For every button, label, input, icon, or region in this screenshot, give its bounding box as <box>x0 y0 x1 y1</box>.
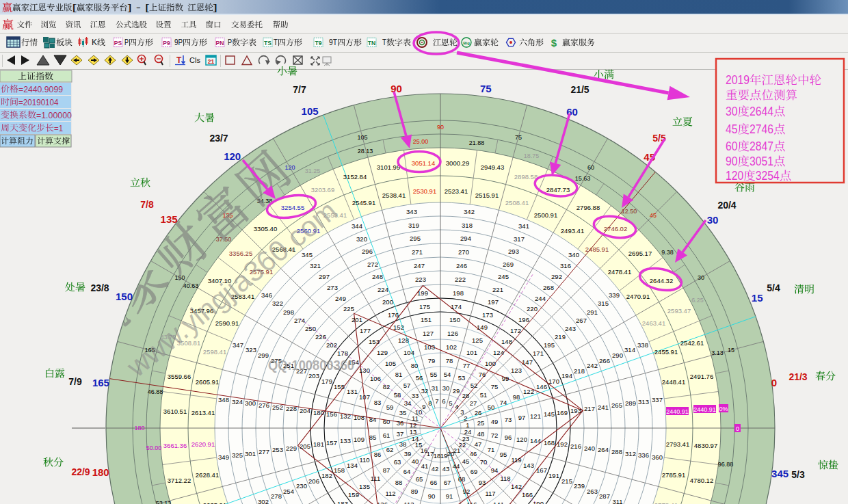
svg-text:130: 130 <box>359 367 370 374</box>
svg-text:105: 105 <box>302 105 319 117</box>
svg-text:229: 229 <box>286 445 297 452</box>
svg-text:$: $ <box>551 37 557 49</box>
svg-text:338: 338 <box>637 341 648 349</box>
svg-text:4780.12: 4780.12 <box>690 477 713 484</box>
svg-text:47: 47 <box>475 440 482 448</box>
svg-text:3254: 3254 <box>756 169 780 183</box>
svg-text:45: 45 <box>650 212 657 219</box>
svg-text:50.00: 50.00 <box>146 445 162 451</box>
svg-text:81: 81 <box>395 371 403 378</box>
svg-text:289: 289 <box>625 399 636 407</box>
svg-text:77: 77 <box>463 362 471 369</box>
svg-text:194: 194 <box>561 372 572 380</box>
svg-text:134: 134 <box>347 462 358 469</box>
svg-text:44: 44 <box>453 462 460 470</box>
svg-text:T: T <box>382 38 387 47</box>
svg-text:317: 317 <box>514 235 525 243</box>
svg-text:5: 5 <box>449 399 452 407</box>
svg-text:=2440.9099: =2440.9099 <box>18 84 63 94</box>
svg-text:26: 26 <box>475 409 482 416</box>
svg-text:9: 9 <box>422 403 425 410</box>
svg-text:339: 339 <box>609 291 620 299</box>
svg-text:90: 90 <box>428 492 436 500</box>
svg-text:107: 107 <box>359 393 370 401</box>
svg-text:346: 346 <box>261 291 272 299</box>
svg-text:270: 270 <box>458 248 469 256</box>
svg-text:320: 320 <box>356 235 367 243</box>
svg-text:197: 197 <box>488 298 499 306</box>
svg-text:90: 90 <box>390 83 402 94</box>
svg-text:230: 230 <box>296 482 307 490</box>
svg-text:150: 150 <box>116 291 133 302</box>
svg-text:QQ:100800360: QQ:100800360 <box>268 357 354 373</box>
svg-text:6.25: 6.25 <box>691 297 704 304</box>
svg-text:349: 349 <box>218 453 229 461</box>
svg-text:57: 57 <box>403 382 411 389</box>
svg-text:2644: 2644 <box>750 105 773 118</box>
svg-text:120: 120 <box>224 150 241 162</box>
svg-text:89: 89 <box>411 488 419 495</box>
svg-text:264: 264 <box>598 446 609 453</box>
svg-text:198: 198 <box>453 289 464 297</box>
svg-text:301: 301 <box>245 450 256 457</box>
svg-text:]: ] <box>213 3 217 12</box>
svg-text:104: 104 <box>403 349 414 356</box>
svg-text:2440.91: 2440.91 <box>666 408 689 415</box>
svg-text:105: 105 <box>385 360 396 367</box>
svg-text:3000.29: 3000.29 <box>446 159 469 167</box>
svg-text:49: 49 <box>491 418 499 425</box>
svg-text:190: 190 <box>533 500 544 504</box>
svg-text:302: 302 <box>258 498 269 504</box>
svg-text:54: 54 <box>444 371 451 378</box>
svg-text:242: 242 <box>587 362 598 369</box>
svg-text:83: 83 <box>374 399 382 406</box>
svg-text:50: 50 <box>488 403 495 411</box>
svg-text:128: 128 <box>398 336 409 344</box>
svg-text:297: 297 <box>319 273 330 280</box>
svg-text:9P: 9P <box>174 38 183 47</box>
svg-text:135: 135 <box>359 483 370 490</box>
svg-text:124: 124 <box>493 349 504 356</box>
svg-text:314: 314 <box>624 346 635 354</box>
svg-text:348: 348 <box>218 396 229 403</box>
svg-text:98: 98 <box>513 393 520 401</box>
svg-text:200: 200 <box>382 298 393 306</box>
svg-text:21: 21 <box>208 58 215 65</box>
svg-text:85: 85 <box>369 434 377 441</box>
svg-text:48: 48 <box>477 430 485 438</box>
svg-text:219: 219 <box>555 333 566 341</box>
svg-text:254: 254 <box>283 488 294 495</box>
svg-text:43: 43 <box>442 465 450 473</box>
svg-text:180: 180 <box>92 466 109 478</box>
svg-text:120: 120 <box>284 164 295 171</box>
svg-text:129: 129 <box>377 349 388 356</box>
svg-text:116: 116 <box>466 501 477 504</box>
svg-text:167: 167 <box>536 466 547 474</box>
svg-text:133: 133 <box>340 437 351 445</box>
svg-text:3661.36: 3661.36 <box>163 442 187 449</box>
svg-text:148: 148 <box>501 338 512 345</box>
svg-text:P: P <box>124 38 129 47</box>
svg-text:65: 65 <box>416 475 423 483</box>
svg-text:7/8: 7/8 <box>140 199 154 210</box>
svg-text:38: 38 <box>399 440 407 448</box>
svg-text:22/9: 22/9 <box>71 466 90 477</box>
svg-text:2598.41: 2598.41 <box>203 348 226 356</box>
svg-text:166: 166 <box>522 491 533 499</box>
svg-text:51: 51 <box>480 391 488 399</box>
svg-text:323: 323 <box>246 346 256 354</box>
svg-text:2613.41: 2613.41 <box>191 409 215 416</box>
svg-text:2746: 2746 <box>750 122 773 136</box>
svg-text:45: 45 <box>726 122 738 136</box>
svg-text:269: 269 <box>503 261 514 268</box>
svg-text:95: 95 <box>500 451 507 458</box>
svg-text:199: 199 <box>417 289 428 297</box>
svg-text:340: 340 <box>568 251 579 258</box>
svg-text:2523.41: 2523.41 <box>445 187 468 195</box>
svg-text:153: 153 <box>369 338 380 345</box>
svg-text:80: 80 <box>411 362 419 369</box>
svg-text:318: 318 <box>462 222 473 229</box>
svg-text:PN: PN <box>216 40 224 47</box>
svg-text:] - [: ] - [ <box>128 3 150 12</box>
svg-text:2538.41: 2538.41 <box>382 191 406 199</box>
